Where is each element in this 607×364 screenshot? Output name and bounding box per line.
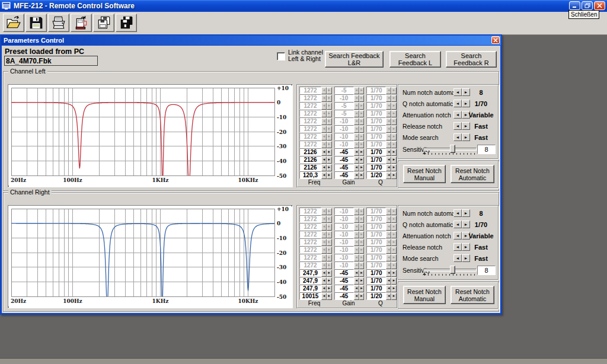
q-value[interactable]: 1/70 <box>366 269 386 277</box>
freq-increment-button[interactable]: ► <box>327 149 332 156</box>
gain-increment-button[interactable]: ► <box>359 270 365 277</box>
gain-increment-button[interactable]: ► <box>359 172 365 179</box>
gain-increment-button[interactable]: ► <box>359 285 365 292</box>
gain-decrement-button[interactable]: ◄ <box>354 172 359 179</box>
freq-increment-button[interactable]: ► <box>327 172 332 179</box>
save-file-button[interactable] <box>25 14 47 32</box>
search-feedback-r-button[interactable]: Search Feedback R <box>446 51 497 68</box>
gain-increment-button[interactable]: ► <box>359 164 365 171</box>
freq-decrement-button[interactable]: ◄ <box>321 285 327 292</box>
freq-decrement-button[interactable]: ◄ <box>321 270 327 277</box>
param-decrement-button[interactable]: ◄ <box>453 122 462 130</box>
dialog-titlebar[interactable]: Parameters Control <box>1 36 501 45</box>
print-button[interactable] <box>48 14 69 32</box>
q-decrement-button[interactable]: ◄ <box>386 164 391 171</box>
q-value[interactable]: 1/70 <box>366 164 386 171</box>
param-decrement-button[interactable]: ◄ <box>453 254 462 262</box>
gain-value[interactable]: -45 <box>334 269 354 277</box>
q-value[interactable]: 1/70 <box>366 148 386 156</box>
open-file-button[interactable] <box>3 14 24 32</box>
sensitivity-value[interactable]: 8 <box>477 145 496 154</box>
restore-button[interactable] <box>582 1 593 10</box>
q-value[interactable]: 1/70 <box>366 156 386 164</box>
param-decrement-button[interactable]: ◄ <box>453 221 462 228</box>
param-decrement-button[interactable]: ◄ <box>453 100 462 107</box>
gain-value[interactable]: -45 <box>334 285 354 292</box>
q-value[interactable]: 1/70 <box>366 277 386 285</box>
gain-increment-button[interactable]: ► <box>359 293 365 300</box>
gain-value[interactable]: -45 <box>334 171 354 179</box>
reset-notch-automatic-button[interactable]: Reset NotchAutomatic <box>451 286 494 304</box>
gain-value[interactable]: -45 <box>334 164 354 171</box>
search-feedback-lr-button[interactable]: Search Feedback L&R <box>325 51 384 68</box>
gain-value[interactable]: -45 <box>334 148 354 156</box>
gain-decrement-button[interactable]: ◄ <box>354 277 359 285</box>
gain-value[interactable]: -45 <box>334 156 354 164</box>
param-decrement-button[interactable]: ◄ <box>453 111 462 119</box>
param-decrement-button[interactable]: ◄ <box>453 243 462 251</box>
param-decrement-button[interactable]: ◄ <box>453 88 462 96</box>
freq-value[interactable]: 247,9 <box>299 277 321 285</box>
q-value[interactable]: 1/20 <box>366 292 386 300</box>
sensitivity-slider-thumb[interactable] <box>450 145 455 153</box>
freq-value[interactable]: 2126 <box>299 156 321 164</box>
reset-notch-manual-button[interactable]: Reset NotchManual <box>403 165 446 183</box>
link-channel-checkbox[interactable] <box>277 52 285 60</box>
q-value[interactable]: 1/70 <box>366 285 386 292</box>
q-increment-button[interactable]: ► <box>391 285 397 292</box>
minimize-button[interactable] <box>569 1 580 10</box>
gain-value[interactable]: -45 <box>334 292 354 300</box>
q-decrement-button[interactable]: ◄ <box>386 157 391 164</box>
freq-value[interactable]: 10015 <box>299 292 321 300</box>
gain-decrement-button[interactable]: ◄ <box>354 270 359 277</box>
q-value[interactable]: 1/20 <box>366 171 386 179</box>
sensitivity-slider-thumb[interactable] <box>450 266 455 274</box>
upload-device-button[interactable] <box>71 14 92 32</box>
gain-decrement-button[interactable]: ◄ <box>354 285 359 292</box>
freq-increment-button[interactable]: ► <box>327 277 332 285</box>
q-decrement-button[interactable]: ◄ <box>386 277 391 285</box>
dialog-close-button[interactable] <box>491 36 500 44</box>
freq-increment-button[interactable]: ► <box>327 270 332 277</box>
freq-increment-button[interactable]: ► <box>327 164 332 171</box>
freq-value[interactable]: 247,9 <box>299 269 321 277</box>
freq-decrement-button[interactable]: ◄ <box>321 172 327 179</box>
gain-decrement-button[interactable]: ◄ <box>354 157 359 164</box>
backup-disks-button[interactable] <box>116 14 137 32</box>
q-increment-button[interactable]: ► <box>391 277 397 285</box>
param-decrement-button[interactable]: ◄ <box>453 133 462 141</box>
q-increment-button[interactable]: ► <box>391 157 397 164</box>
q-decrement-button[interactable]: ◄ <box>386 149 391 156</box>
q-increment-button[interactable]: ► <box>391 172 397 179</box>
copy-disks-button[interactable] <box>93 14 114 32</box>
q-increment-button[interactable]: ► <box>391 270 397 277</box>
sensitivity-value[interactable]: 8 <box>477 266 496 275</box>
freq-decrement-button[interactable]: ◄ <box>321 157 327 164</box>
gain-value[interactable]: -45 <box>334 277 354 285</box>
param-decrement-button[interactable]: ◄ <box>453 232 462 240</box>
freq-increment-button[interactable]: ► <box>327 285 332 292</box>
freq-value[interactable]: 120,3 <box>299 171 321 179</box>
freq-value[interactable]: 2126 <box>299 148 321 156</box>
gain-increment-button[interactable]: ► <box>359 157 365 164</box>
freq-increment-button[interactable]: ► <box>327 157 332 164</box>
gain-increment-button[interactable]: ► <box>359 149 365 156</box>
freq-increment-button[interactable]: ► <box>327 293 332 300</box>
gain-decrement-button[interactable]: ◄ <box>354 164 359 171</box>
freq-decrement-button[interactable]: ◄ <box>321 293 327 300</box>
gain-decrement-button[interactable]: ◄ <box>354 149 359 156</box>
preset-name-field[interactable] <box>4 56 98 66</box>
gain-increment-button[interactable]: ► <box>359 277 365 285</box>
gain-decrement-button[interactable]: ◄ <box>354 293 359 300</box>
freq-decrement-button[interactable]: ◄ <box>321 277 327 285</box>
q-decrement-button[interactable]: ◄ <box>386 172 391 179</box>
search-feedback-l-button[interactable]: Search Feedback L <box>389 51 441 68</box>
freq-decrement-button[interactable]: ◄ <box>321 164 327 171</box>
reset-notch-automatic-button[interactable]: Reset NotchAutomatic <box>451 165 494 183</box>
freq-value[interactable]: 2126 <box>299 164 321 171</box>
q-increment-button[interactable]: ► <box>391 164 397 171</box>
reset-notch-manual-button[interactable]: Reset NotchManual <box>403 286 446 304</box>
close-button[interactable] <box>594 1 605 10</box>
freq-decrement-button[interactable]: ◄ <box>321 149 327 156</box>
q-increment-button[interactable]: ► <box>391 293 397 300</box>
